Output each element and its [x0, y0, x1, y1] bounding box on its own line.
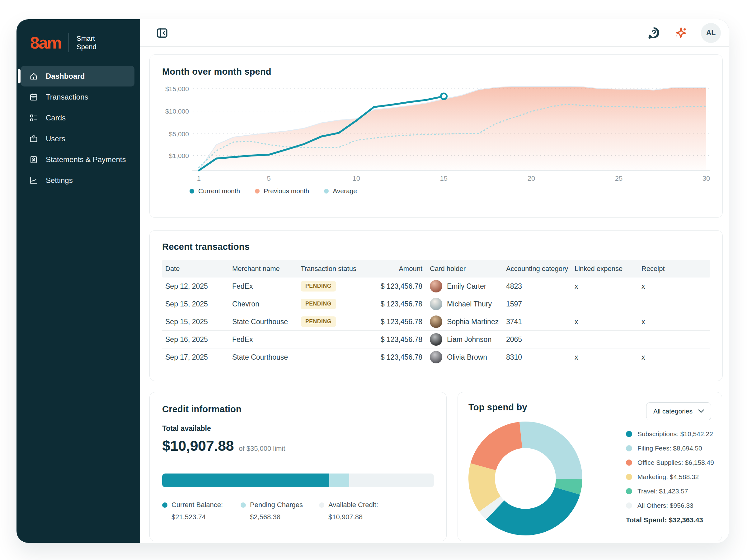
app-window: 8am Smart Spend DashboardTransactionsCar…	[17, 19, 729, 543]
sidebar-item-users[interactable]: Users	[21, 129, 134, 149]
recent-transactions-title: Recent transactions	[162, 242, 710, 252]
sidebar: 8am Smart Spend DashboardTransactionsCar…	[17, 19, 140, 543]
legend-dot	[255, 189, 260, 193]
legend-dot	[626, 459, 632, 466]
legend-dot	[626, 502, 632, 509]
spend-legend-item-all-others: All Others: $956.33	[626, 502, 714, 509]
spend-legend-label: Marketing: $4,588.32	[638, 473, 699, 481]
legend-dot	[162, 502, 168, 508]
table-row[interactable]: Sep 17, 2025State Courthouse$ 123,456.78…	[162, 348, 710, 366]
legend-label: Previous month	[264, 187, 309, 195]
category-filter-dropdown[interactable]: All categories	[646, 402, 711, 420]
dashboard-content: Month over month spend $15,000$10,000$5,…	[140, 47, 729, 543]
credit-legend-value: $2,568.38	[250, 513, 319, 521]
cell-linked-expense: x	[571, 282, 638, 291]
svg-text:20: 20	[527, 175, 535, 182]
cell-accounting-category: 8310	[503, 353, 571, 362]
sidebar-item-label: Dashboard	[46, 72, 85, 81]
cell-card-holder: Michael Thury	[427, 298, 503, 310]
main-area: AL Month over month spend $15,000$10,000…	[140, 19, 729, 543]
month-spend-chart: $15,000$10,000$5,000$1,000151015202530	[162, 84, 710, 183]
sidebar-nav: DashboardTransactionsCardsUsersStatement…	[17, 63, 140, 191]
user-avatar[interactable]: AL	[701, 23, 721, 43]
top-spend-title: Top spend by	[468, 402, 527, 412]
cell-date: Sep 12, 2025	[162, 282, 229, 291]
card-holder-name: Emily Carter	[447, 282, 487, 291]
legend-dot	[324, 189, 329, 193]
column-header-date: Date	[162, 265, 229, 273]
avatar	[430, 280, 442, 292]
sidebar-item-transactions[interactable]: Transactions	[21, 87, 134, 107]
checklist-icon	[29, 113, 38, 123]
donut-slice-filing-fees	[519, 422, 582, 479]
month-spend-title: Month over month spend	[162, 66, 710, 77]
recent-transactions-card: Recent transactions DateMerchant nameTra…	[149, 230, 723, 381]
table-row[interactable]: Sep 12, 2025FedExPENDING$ 123,456.78Emil…	[162, 277, 710, 295]
help-button[interactable]	[647, 26, 661, 40]
svg-text:$10,000: $10,000	[165, 108, 189, 115]
total-available-amount: $10,907.88	[162, 437, 234, 454]
table-row[interactable]: Sep 15, 2025ChevronPENDING$ 123,456.78Mi…	[162, 295, 710, 313]
bottom-row: Credit information Total available $10,9…	[149, 392, 723, 541]
cell-amount: $ 123,456.78	[358, 282, 427, 291]
help-chat-icon	[647, 26, 661, 40]
spend-legend-label: All Others: $956.33	[638, 502, 693, 509]
column-header-linked-expense: Linked expense	[571, 265, 638, 273]
cell-receipt: x	[638, 282, 710, 291]
sparkle-icon	[673, 26, 688, 40]
cell-accounting-category: 2065	[503, 336, 571, 344]
credit-legend-item: Pending Charges$2,568.38	[240, 501, 319, 521]
spend-legend-item-office-supplies: Office Supplies: $6,158.49	[626, 459, 714, 466]
ai-assistant-button[interactable]	[673, 26, 688, 40]
donut-slice-subscriptions	[486, 487, 580, 535]
cell-accounting-category: 1597	[503, 300, 571, 308]
credit-limit-note: of $35,000 limit	[239, 445, 285, 453]
legend-label: Current month	[198, 187, 240, 195]
logo-divider	[69, 33, 69, 52]
cell-card-holder: Olivia Brown	[427, 351, 503, 364]
cell-accounting-category: 4823	[503, 282, 571, 291]
card-holder-name: Sophia Martinez	[447, 318, 499, 326]
credit-information-card: Credit information Total available $10,9…	[149, 392, 447, 541]
sidebar-collapse-button[interactable]	[156, 26, 169, 39]
sidebar-item-settings[interactable]: Settings	[21, 170, 134, 191]
top-spend-card: Top spend by All categories Subscription…	[458, 392, 722, 541]
cell-linked-expense: x	[571, 318, 638, 326]
spend-legend-item-marketing: Marketing: $4,588.32	[626, 473, 714, 481]
sidebar-item-dashboard[interactable]: Dashboard	[21, 66, 134, 86]
briefcase-icon	[29, 134, 38, 143]
sidebar-item-cards[interactable]: Cards	[21, 108, 134, 128]
sidebar-item-statements-payments[interactable]: Statements & Payments	[21, 149, 134, 170]
cell-accounting-category: 3741	[503, 318, 571, 326]
column-header-merchant-name: Merchant name	[229, 265, 298, 273]
credit-information-title: Credit information	[162, 404, 434, 415]
progress-segment-pending-charges	[329, 474, 349, 487]
progress-segment-current-balance-	[162, 474, 329, 487]
svg-text:25: 25	[615, 175, 622, 182]
column-header-receipt: Receipt	[638, 265, 710, 273]
calendar-icon	[29, 92, 38, 102]
cell-card-holder: Sophia Martinez	[427, 316, 503, 328]
total-available-label: Total available	[162, 424, 434, 433]
spend-legend-label: Travel: $1,423.57	[638, 487, 688, 495]
cell-merchant: Chevron	[229, 300, 298, 308]
sidebar-item-label: Users	[46, 134, 66, 143]
cell-date: Sep 15, 2025	[162, 300, 229, 308]
credit-progress-bar	[162, 474, 434, 487]
product-name: Smart Spend	[77, 34, 97, 51]
cell-card-holder: Emily Carter	[427, 280, 503, 292]
table-row[interactable]: Sep 16, 2025FedEx$ 123,456.78Liam Johnso…	[162, 331, 710, 348]
table-row[interactable]: Sep 15, 2025State CourthousePENDING$ 123…	[162, 313, 710, 331]
transactions-table: DateMerchant nameTransaction statusAmoun…	[162, 260, 710, 366]
svg-text:$15,000: $15,000	[165, 85, 189, 92]
column-header-transaction-status: Transaction status	[298, 265, 358, 273]
line-chart: $15,000$10,000$5,000$1,000151015202530	[162, 84, 710, 182]
transactions-table-body: Sep 12, 2025FedExPENDING$ 123,456.78Emil…	[162, 277, 710, 366]
credit-legend-label: Pending Charges	[250, 501, 303, 509]
line-chart-legend: Current monthPrevious monthAverage	[189, 187, 710, 195]
cell-amount: $ 123,456.78	[358, 336, 427, 344]
cell-card-holder: Liam Johnson	[427, 333, 503, 346]
cell-merchant: State Courthouse	[229, 353, 298, 362]
credit-legend-value: $10,907.88	[328, 513, 397, 521]
card-holder-name: Michael Thury	[447, 300, 492, 308]
